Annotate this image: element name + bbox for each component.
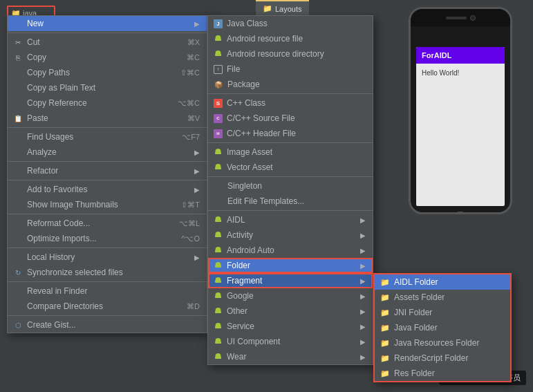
menu-item-analyze[interactable]: Analyze ▶ <box>8 144 207 160</box>
copy-paths-icon <box>13 68 23 77</box>
new-activity[interactable]: Activity ▶ <box>208 227 373 243</box>
menu-item-new[interactable]: New ▶ <box>8 16 207 31</box>
menu-item-reveal[interactable]: Reveal in Finder <box>8 283 207 299</box>
google-arrow: ▶ <box>360 292 366 300</box>
menu-item-compare[interactable]: Compare Directories ⌘D <box>8 299 207 314</box>
menu-item-copy-plain[interactable]: Copy as Plain Text <box>8 80 207 95</box>
new-other[interactable]: Other ▶ <box>208 304 373 319</box>
menu-item-local-history[interactable]: Local History ▶ <box>8 250 207 265</box>
java-folder-icon: 📁 <box>380 323 390 333</box>
svg-rect-15 <box>220 167 221 169</box>
compare-shortcut: ⌘D <box>187 302 200 311</box>
new-android-auto[interactable]: Android Auto ▶ <box>208 243 373 258</box>
menu-item-optimize[interactable]: Optimize Imports... ^⌥O <box>8 231 207 246</box>
new-android-resource-label: Android resource file <box>227 34 303 44</box>
folder-jni[interactable]: 📁 JNI Folder <box>375 305 510 320</box>
menu-item-thumbnails[interactable]: Show Image Thumbnails ⇧⌘T <box>8 197 207 212</box>
aidl-arrow: ▶ <box>360 216 366 224</box>
svg-rect-17 <box>216 218 221 222</box>
new-cpp-source[interactable]: C C/C++ Source File <box>208 111 373 126</box>
menu-item-sync[interactable]: ↻ Synchronize selected files <box>8 265 207 280</box>
new-android-resource-dir[interactable]: Android resource directory <box>208 46 373 62</box>
menu-item-copy[interactable]: ⎘ Copy ⌘C <box>8 50 207 65</box>
folder-java-res[interactable]: 📁 Java Resources Folder <box>375 335 510 351</box>
new-edit-templates[interactable]: Edit File Templates... <box>208 194 373 209</box>
activity-icon <box>214 231 223 240</box>
svg-rect-11 <box>220 152 221 154</box>
menu-item-find-usages[interactable]: Find Usages ⌥F7 <box>8 129 207 144</box>
res-folder-icon: 📁 <box>380 368 390 378</box>
menu-cut-label: Cut <box>27 37 40 47</box>
new-google[interactable]: Google ▶ <box>208 288 373 304</box>
new-service[interactable]: Service ▶ <box>208 319 373 334</box>
menu-item-copy-paths[interactable]: Copy Paths ⇧⌘C <box>8 65 207 80</box>
menu-add-favorites-label: Add to Favorites <box>27 185 87 194</box>
folder-java[interactable]: 📁 Java Folder <box>375 320 510 335</box>
history-icon <box>13 252 23 262</box>
refactor-arrow: ▶ <box>194 167 200 175</box>
package-icon: 📦 <box>214 80 223 89</box>
svg-rect-31 <box>220 265 221 268</box>
layouts-tab[interactable]: 📁 Layouts <box>256 0 309 16</box>
menu-new-label: New <box>27 19 44 28</box>
menu-item-reformat[interactable]: Reformat Code... ⌥⌘L <box>8 216 207 231</box>
menu-reveal-label: Reveal in Finder <box>27 286 87 296</box>
separator-7 <box>8 281 207 282</box>
context-menu: New ▶ ✂ Cut ⌘X ⎘ Copy ⌘C Copy Paths ⇧⌘C … <box>7 15 207 333</box>
menu-item-refactor[interactable]: Refactor ▶ <box>8 163 207 178</box>
new-image-asset[interactable]: Image Asset <box>208 144 373 160</box>
svg-rect-21 <box>216 234 221 237</box>
cut-icon: ✂ <box>13 37 23 47</box>
android-res-file-icon <box>214 35 223 44</box>
new-package[interactable]: 📦 Package <box>208 77 373 92</box>
new-aidl[interactable]: AIDL ▶ <box>208 212 373 227</box>
phone-hello-text: Hello World! <box>422 69 459 77</box>
folder-renderscript[interactable]: 📁 RenderScript Folder <box>375 351 510 366</box>
new-cpp-header[interactable]: H C/C++ Header File <box>208 126 373 141</box>
service-arrow: ▶ <box>360 323 366 330</box>
new-vector-asset[interactable]: Vector Asset <box>208 160 373 175</box>
menu-sync-label: Synchronize selected files <box>27 268 123 277</box>
svg-rect-55 <box>220 357 221 359</box>
svg-rect-18 <box>215 220 216 222</box>
separator-2 <box>8 127 207 128</box>
new-folder[interactable]: Folder ▶ <box>208 258 373 273</box>
other-arrow: ▶ <box>360 308 366 315</box>
new-android-resource-dir-label: Android resource directory <box>227 49 324 59</box>
thumbnails-shortcut: ⇧⌘T <box>181 200 200 209</box>
new-file[interactable]: f File <box>208 62 373 77</box>
new-ui-component[interactable]: UI Component ▶ <box>208 334 373 349</box>
folder-res[interactable]: 📁 Res Folder <box>375 366 510 381</box>
svg-rect-29 <box>216 264 221 268</box>
folder-aidl[interactable]: 📁 AIDL Folder <box>375 274 510 290</box>
menu-item-cut[interactable]: ✂ Cut ⌘X <box>8 35 207 50</box>
refactor-icon <box>13 166 23 176</box>
new-cpp-class[interactable]: S C++ Class <box>208 95 373 111</box>
menu-item-create-gist[interactable]: ⬡ Create Gist... <box>8 317 207 333</box>
separator-5 <box>8 214 207 214</box>
svg-rect-38 <box>215 296 216 298</box>
copy-ref-icon <box>13 98 23 108</box>
separator-4 <box>8 180 207 180</box>
copy-ref-shortcut: ⌥⌘C <box>178 99 200 108</box>
svg-rect-46 <box>215 326 216 328</box>
new-service-label: Service <box>227 321 254 331</box>
image-asset-icon <box>214 148 223 157</box>
separator-8 <box>8 315 207 316</box>
menu-item-paste[interactable]: 📋 Paste ⌘V <box>8 111 207 126</box>
new-singleton[interactable]: Singleton <box>208 178 373 194</box>
new-other-label: Other <box>227 306 247 316</box>
menu-item-copy-ref[interactable]: Copy Reference ⌥⌘C <box>8 95 207 111</box>
phone-app-bar: ForAIDL <box>416 47 505 64</box>
folder-assets[interactable]: 📁 Assets Folder <box>375 290 510 305</box>
menu-item-add-favorites[interactable]: Add to Favorites ▶ <box>8 182 207 197</box>
reveal-icon <box>13 286 23 296</box>
new-android-resource-file[interactable]: Android resource file <box>208 31 373 46</box>
new-java-class[interactable]: J Java Class <box>208 16 373 31</box>
folder-res-label: Res Folder <box>394 368 435 378</box>
svg-rect-25 <box>216 249 221 252</box>
svg-rect-49 <box>216 340 221 344</box>
submenu-arrow: ▶ <box>194 20 200 28</box>
new-fragment[interactable]: Fragment ▶ <box>208 273 373 288</box>
new-wear[interactable]: Wear ▶ <box>208 349 373 364</box>
